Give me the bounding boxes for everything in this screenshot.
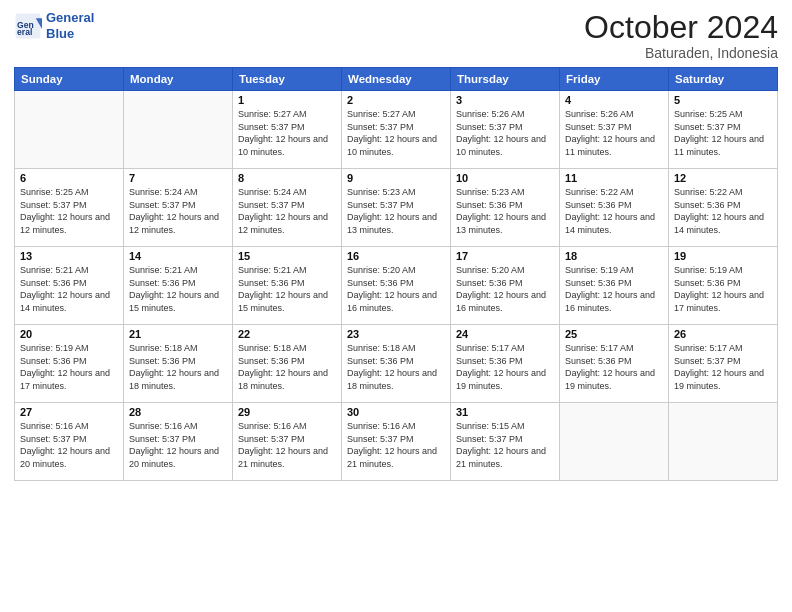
day-number: 4 <box>565 94 663 106</box>
col-friday: Friday <box>560 68 669 91</box>
day-number: 18 <box>565 250 663 262</box>
day-info: Sunrise: 5:19 AM Sunset: 5:36 PM Dayligh… <box>565 264 663 314</box>
calendar-week-row: 20Sunrise: 5:19 AM Sunset: 5:36 PM Dayli… <box>15 325 778 403</box>
table-row: 25Sunrise: 5:17 AM Sunset: 5:36 PM Dayli… <box>560 325 669 403</box>
day-number: 27 <box>20 406 118 418</box>
day-number: 21 <box>129 328 227 340</box>
table-row: 4Sunrise: 5:26 AM Sunset: 5:37 PM Daylig… <box>560 91 669 169</box>
day-info: Sunrise: 5:18 AM Sunset: 5:36 PM Dayligh… <box>238 342 336 392</box>
table-row: 11Sunrise: 5:22 AM Sunset: 5:36 PM Dayli… <box>560 169 669 247</box>
col-monday: Monday <box>124 68 233 91</box>
title-block: October 2024 Baturaden, Indonesia <box>584 10 778 61</box>
table-row: 31Sunrise: 5:15 AM Sunset: 5:37 PM Dayli… <box>451 403 560 481</box>
table-row: 8Sunrise: 5:24 AM Sunset: 5:37 PM Daylig… <box>233 169 342 247</box>
table-row: 1Sunrise: 5:27 AM Sunset: 5:37 PM Daylig… <box>233 91 342 169</box>
day-info: Sunrise: 5:21 AM Sunset: 5:36 PM Dayligh… <box>238 264 336 314</box>
day-number: 2 <box>347 94 445 106</box>
table-row: 3Sunrise: 5:26 AM Sunset: 5:37 PM Daylig… <box>451 91 560 169</box>
table-row: 9Sunrise: 5:23 AM Sunset: 5:37 PM Daylig… <box>342 169 451 247</box>
day-info: Sunrise: 5:16 AM Sunset: 5:37 PM Dayligh… <box>20 420 118 470</box>
day-info: Sunrise: 5:23 AM Sunset: 5:37 PM Dayligh… <box>347 186 445 236</box>
logo-icon: Gen eral <box>14 12 42 40</box>
table-row <box>669 403 778 481</box>
day-number: 28 <box>129 406 227 418</box>
day-info: Sunrise: 5:20 AM Sunset: 5:36 PM Dayligh… <box>347 264 445 314</box>
day-number: 7 <box>129 172 227 184</box>
table-row: 14Sunrise: 5:21 AM Sunset: 5:36 PM Dayli… <box>124 247 233 325</box>
day-info: Sunrise: 5:19 AM Sunset: 5:36 PM Dayligh… <box>20 342 118 392</box>
day-info: Sunrise: 5:15 AM Sunset: 5:37 PM Dayligh… <box>456 420 554 470</box>
table-row: 17Sunrise: 5:20 AM Sunset: 5:36 PM Dayli… <box>451 247 560 325</box>
col-saturday: Saturday <box>669 68 778 91</box>
day-info: Sunrise: 5:22 AM Sunset: 5:36 PM Dayligh… <box>674 186 772 236</box>
day-info: Sunrise: 5:21 AM Sunset: 5:36 PM Dayligh… <box>129 264 227 314</box>
table-row: 27Sunrise: 5:16 AM Sunset: 5:37 PM Dayli… <box>15 403 124 481</box>
day-number: 13 <box>20 250 118 262</box>
table-row <box>124 91 233 169</box>
day-info: Sunrise: 5:21 AM Sunset: 5:36 PM Dayligh… <box>20 264 118 314</box>
day-number: 11 <box>565 172 663 184</box>
day-number: 10 <box>456 172 554 184</box>
month-title: October 2024 <box>584 10 778 45</box>
table-row: 26Sunrise: 5:17 AM Sunset: 5:37 PM Dayli… <box>669 325 778 403</box>
day-number: 15 <box>238 250 336 262</box>
day-info: Sunrise: 5:26 AM Sunset: 5:37 PM Dayligh… <box>456 108 554 158</box>
day-number: 3 <box>456 94 554 106</box>
day-info: Sunrise: 5:18 AM Sunset: 5:36 PM Dayligh… <box>129 342 227 392</box>
day-number: 20 <box>20 328 118 340</box>
day-info: Sunrise: 5:17 AM Sunset: 5:37 PM Dayligh… <box>674 342 772 392</box>
day-info: Sunrise: 5:22 AM Sunset: 5:36 PM Dayligh… <box>565 186 663 236</box>
day-info: Sunrise: 5:23 AM Sunset: 5:36 PM Dayligh… <box>456 186 554 236</box>
day-info: Sunrise: 5:25 AM Sunset: 5:37 PM Dayligh… <box>674 108 772 158</box>
day-number: 9 <box>347 172 445 184</box>
day-number: 24 <box>456 328 554 340</box>
page: Gen eral General Blue October 2024 Batur… <box>0 0 792 612</box>
day-number: 5 <box>674 94 772 106</box>
day-info: Sunrise: 5:27 AM Sunset: 5:37 PM Dayligh… <box>347 108 445 158</box>
svg-text:eral: eral <box>17 27 32 37</box>
day-number: 19 <box>674 250 772 262</box>
day-info: Sunrise: 5:16 AM Sunset: 5:37 PM Dayligh… <box>238 420 336 470</box>
table-row <box>560 403 669 481</box>
day-number: 17 <box>456 250 554 262</box>
table-row: 12Sunrise: 5:22 AM Sunset: 5:36 PM Dayli… <box>669 169 778 247</box>
day-number: 8 <box>238 172 336 184</box>
table-row: 18Sunrise: 5:19 AM Sunset: 5:36 PM Dayli… <box>560 247 669 325</box>
day-number: 29 <box>238 406 336 418</box>
table-row: 30Sunrise: 5:16 AM Sunset: 5:37 PM Dayli… <box>342 403 451 481</box>
day-number: 12 <box>674 172 772 184</box>
header: Gen eral General Blue October 2024 Batur… <box>14 10 778 61</box>
table-row: 29Sunrise: 5:16 AM Sunset: 5:37 PM Dayli… <box>233 403 342 481</box>
day-info: Sunrise: 5:24 AM Sunset: 5:37 PM Dayligh… <box>129 186 227 236</box>
table-row: 10Sunrise: 5:23 AM Sunset: 5:36 PM Dayli… <box>451 169 560 247</box>
calendar: Sunday Monday Tuesday Wednesday Thursday… <box>14 67 778 481</box>
table-row: 6Sunrise: 5:25 AM Sunset: 5:37 PM Daylig… <box>15 169 124 247</box>
day-info: Sunrise: 5:26 AM Sunset: 5:37 PM Dayligh… <box>565 108 663 158</box>
day-number: 23 <box>347 328 445 340</box>
calendar-header-row: Sunday Monday Tuesday Wednesday Thursday… <box>15 68 778 91</box>
day-info: Sunrise: 5:19 AM Sunset: 5:36 PM Dayligh… <box>674 264 772 314</box>
day-info: Sunrise: 5:27 AM Sunset: 5:37 PM Dayligh… <box>238 108 336 158</box>
day-number: 22 <box>238 328 336 340</box>
table-row: 23Sunrise: 5:18 AM Sunset: 5:36 PM Dayli… <box>342 325 451 403</box>
calendar-week-row: 13Sunrise: 5:21 AM Sunset: 5:36 PM Dayli… <box>15 247 778 325</box>
col-thursday: Thursday <box>451 68 560 91</box>
col-tuesday: Tuesday <box>233 68 342 91</box>
table-row: 24Sunrise: 5:17 AM Sunset: 5:36 PM Dayli… <box>451 325 560 403</box>
calendar-week-row: 27Sunrise: 5:16 AM Sunset: 5:37 PM Dayli… <box>15 403 778 481</box>
table-row: 15Sunrise: 5:21 AM Sunset: 5:36 PM Dayli… <box>233 247 342 325</box>
table-row: 22Sunrise: 5:18 AM Sunset: 5:36 PM Dayli… <box>233 325 342 403</box>
location-subtitle: Baturaden, Indonesia <box>584 45 778 61</box>
logo-line1: General <box>46 10 94 25</box>
day-number: 16 <box>347 250 445 262</box>
day-info: Sunrise: 5:17 AM Sunset: 5:36 PM Dayligh… <box>456 342 554 392</box>
day-info: Sunrise: 5:20 AM Sunset: 5:36 PM Dayligh… <box>456 264 554 314</box>
table-row: 7Sunrise: 5:24 AM Sunset: 5:37 PM Daylig… <box>124 169 233 247</box>
day-number: 31 <box>456 406 554 418</box>
calendar-week-row: 1Sunrise: 5:27 AM Sunset: 5:37 PM Daylig… <box>15 91 778 169</box>
table-row: 19Sunrise: 5:19 AM Sunset: 5:36 PM Dayli… <box>669 247 778 325</box>
table-row: 16Sunrise: 5:20 AM Sunset: 5:36 PM Dayli… <box>342 247 451 325</box>
day-number: 30 <box>347 406 445 418</box>
day-number: 26 <box>674 328 772 340</box>
day-info: Sunrise: 5:17 AM Sunset: 5:36 PM Dayligh… <box>565 342 663 392</box>
